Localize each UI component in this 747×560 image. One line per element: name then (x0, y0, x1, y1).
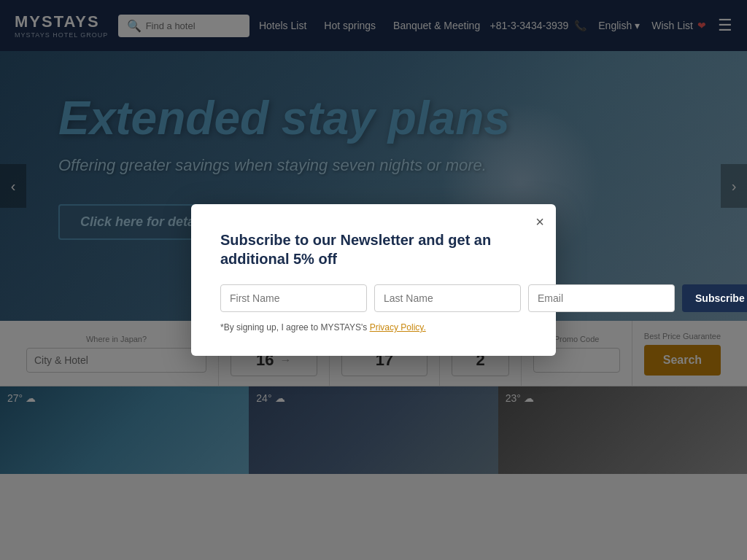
first-name-input[interactable] (220, 284, 367, 312)
subscribe-button[interactable]: Subscribe (682, 284, 747, 312)
modal-form: Subscribe (220, 284, 527, 312)
modal-disclaimer: *By signing up, I agree to MYSTAYS's Pri… (220, 322, 527, 332)
modal-title: Subscribe to our Newsletter and get an a… (220, 230, 527, 268)
disclaimer-text: *By signing up, I agree to MYSTAYS's (220, 322, 367, 332)
modal-close-button[interactable]: × (535, 214, 544, 229)
modal-overlay[interactable]: × Subscribe to our Newsletter and get an… (0, 0, 747, 560)
email-input[interactable] (528, 284, 675, 312)
last-name-input[interactable] (374, 284, 521, 312)
newsletter-modal: × Subscribe to our Newsletter and get an… (191, 204, 556, 356)
privacy-policy-link[interactable]: Privacy Policy. (370, 322, 426, 332)
